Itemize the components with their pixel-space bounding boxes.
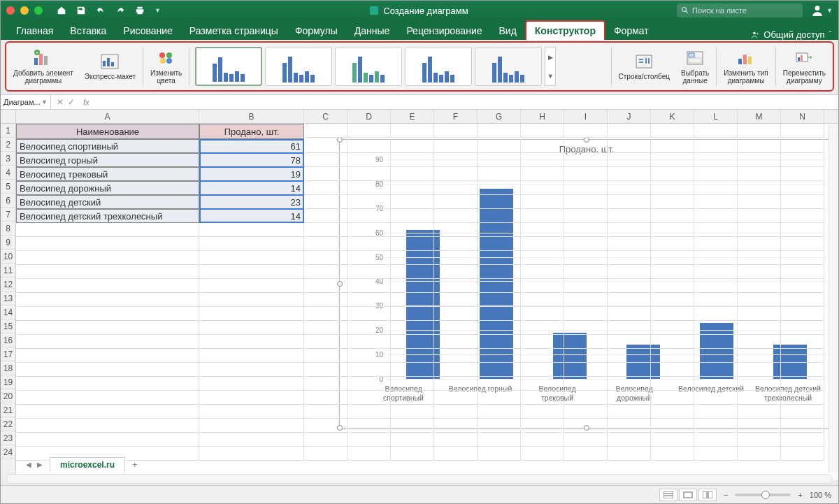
cancel-icon[interactable]: ✕: [57, 97, 64, 107]
cell[interactable]: [694, 181, 738, 195]
page-break-view-button[interactable]: [698, 489, 717, 501]
cell[interactable]: [347, 124, 391, 138]
cell[interactable]: [521, 391, 564, 405]
cell[interactable]: [304, 237, 347, 251]
zoom-slider[interactable]: [735, 494, 791, 496]
cell[interactable]: [304, 349, 347, 363]
cell[interactable]: [199, 321, 304, 335]
cell[interactable]: [304, 307, 347, 321]
quick-layout-button[interactable]: Экспресс-макет: [80, 44, 140, 89]
row-header[interactable]: 5: [1, 180, 15, 194]
cell[interactable]: [347, 237, 391, 251]
cell[interactable]: [738, 349, 781, 363]
cell[interactable]: [16, 237, 199, 251]
cell[interactable]: [694, 209, 738, 223]
cell[interactable]: [391, 209, 434, 223]
cell[interactable]: [391, 237, 434, 251]
cell[interactable]: [199, 265, 304, 279]
cell[interactable]: [347, 181, 391, 195]
cell[interactable]: [434, 293, 478, 307]
cell[interactable]: [738, 167, 781, 181]
cell[interactable]: [347, 265, 391, 279]
cell[interactable]: [651, 237, 694, 251]
cell[interactable]: [304, 195, 347, 209]
cell[interactable]: [478, 181, 521, 195]
cell[interactable]: [478, 377, 521, 391]
cell[interactable]: [16, 223, 199, 237]
print-icon[interactable]: [135, 6, 145, 15]
cell[interactable]: [608, 139, 651, 153]
cell[interactable]: [391, 419, 434, 433]
cell[interactable]: [781, 293, 824, 307]
cell[interactable]: [608, 349, 651, 363]
cell[interactable]: [694, 419, 738, 433]
cell[interactable]: [651, 363, 694, 377]
cell[interactable]: [564, 139, 608, 153]
cell[interactable]: [651, 181, 694, 195]
tab-formulas[interactable]: Формулы: [287, 22, 346, 40]
cell[interactable]: [651, 195, 694, 209]
select-data-button[interactable]: Выбрать данные: [677, 44, 713, 89]
style-gallery-nav[interactable]: ▶▼: [545, 47, 556, 86]
cell[interactable]: [738, 419, 781, 433]
cell[interactable]: 23: [199, 195, 304, 209]
cell[interactable]: [304, 321, 347, 335]
cell[interactable]: [391, 265, 434, 279]
cell[interactable]: [738, 153, 781, 167]
cell[interactable]: [738, 433, 781, 447]
cell[interactable]: [391, 377, 434, 391]
cell[interactable]: [694, 307, 738, 321]
cell[interactable]: [651, 419, 694, 433]
cells-area[interactable]: Продано, шт. 0102030405060708090 Велосип…: [16, 124, 838, 480]
chart-style-5[interactable]: [475, 47, 542, 86]
cell[interactable]: [564, 195, 608, 209]
share-button[interactable]: Общий доступ ˆ: [750, 29, 831, 40]
cell[interactable]: [16, 391, 199, 405]
cell[interactable]: [608, 433, 651, 447]
cell[interactable]: [651, 209, 694, 223]
cell[interactable]: [391, 349, 434, 363]
cell[interactable]: [199, 391, 304, 405]
cell[interactable]: [694, 167, 738, 181]
cell[interactable]: [16, 363, 199, 377]
cell[interactable]: [304, 363, 347, 377]
cell[interactable]: [651, 335, 694, 349]
cell[interactable]: [608, 363, 651, 377]
cell[interactable]: [347, 209, 391, 223]
cell[interactable]: [434, 447, 478, 461]
cell[interactable]: [16, 433, 199, 447]
column-header[interactable]: H: [521, 110, 564, 123]
cell[interactable]: [781, 279, 824, 293]
cell[interactable]: [738, 447, 781, 461]
cell[interactable]: [694, 377, 738, 391]
cell[interactable]: [304, 181, 347, 195]
cell[interactable]: [738, 195, 781, 209]
cell[interactable]: [199, 335, 304, 349]
cell[interactable]: [738, 279, 781, 293]
cell[interactable]: [694, 405, 738, 419]
cell[interactable]: [347, 405, 391, 419]
tab-format[interactable]: Формат: [605, 22, 657, 40]
cell[interactable]: Велосипед спортивный: [16, 139, 199, 153]
cell[interactable]: [651, 405, 694, 419]
cell[interactable]: [434, 377, 478, 391]
cell[interactable]: [16, 251, 199, 265]
cell[interactable]: [434, 279, 478, 293]
cell[interactable]: [478, 419, 521, 433]
cell[interactable]: [434, 265, 478, 279]
cell[interactable]: [199, 377, 304, 391]
tab-design[interactable]: Конструктор: [525, 20, 605, 40]
column-header[interactable]: G: [478, 110, 521, 123]
cell[interactable]: [738, 377, 781, 391]
cell[interactable]: [478, 307, 521, 321]
row-header[interactable]: 13: [1, 291, 15, 305]
cell[interactable]: [738, 237, 781, 251]
horizontal-scrollbar[interactable]: [6, 474, 833, 484]
undo-icon[interactable]: [96, 6, 106, 15]
cell[interactable]: [347, 377, 391, 391]
cell[interactable]: Велосипед детский: [16, 195, 199, 209]
row-header[interactable]: 2: [1, 138, 15, 152]
cell[interactable]: [781, 321, 824, 335]
cell[interactable]: [564, 167, 608, 181]
cell[interactable]: [199, 251, 304, 265]
